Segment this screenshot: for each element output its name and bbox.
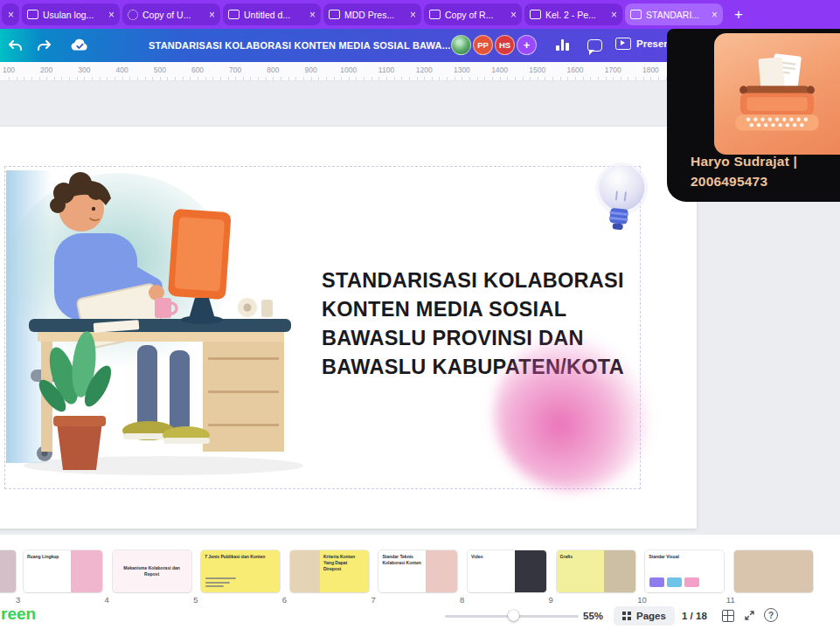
pages-button[interactable]: Pages [614,606,675,626]
collaborator-avatar-photo[interactable] [451,35,471,55]
tab-favicon-icon [27,10,38,19]
page-thumbnail[interactable] [734,550,813,592]
zoom-value[interactable]: 55% [583,611,603,621]
browser-tab[interactable]: Copy of R...× [424,3,522,25]
browser-tab[interactable]: Untitled d...× [223,3,321,25]
page-thumbnail-slot: Standar Teknis Kolaborasi Konten7 [378,550,457,605]
page-thumbnail-slot: Grafis9 [557,550,635,605]
tab-title: Copy of U... [142,10,205,20]
ruler-mark: 400 [116,66,128,74]
grid-view-icon[interactable] [722,610,734,622]
help-button[interactable]: ? [764,608,778,622]
fullscreen-icon[interactable] [744,610,755,621]
new-tab-button[interactable]: + [729,3,748,25]
partial-browser-tab[interactable]: × [2,3,19,25]
ruler-mark: 800 [267,66,279,74]
thumbnail-image [604,550,635,592]
page-thumbnail[interactable]: Video [468,550,546,592]
thumbnail-title: Mekanisme Kolaborasi dan Repost [113,550,191,592]
slide-page[interactable]: STANDARISASI KOLABORASIKONTEN MEDIA SOSI… [0,127,697,529]
pages-label: Pages [636,611,666,621]
document-title[interactable]: STANDARISASI KOLABORASI KONTEN MEDIA SOS… [149,40,451,51]
thumbnail-title: Video [468,550,515,592]
tab-title: MDD Pres... [344,10,406,20]
lightbulb-illustration[interactable] [591,160,650,243]
browser-tab[interactable]: Kel. 2 - Pe...× [524,3,622,25]
zoom-slider-knob[interactable] [508,610,519,621]
page-thumbnail-slot: Kriteria Konten Yang Dapat Direpost6 [290,550,369,605]
thumbnail-image [426,550,457,592]
tab-close-icon[interactable]: × [510,10,517,20]
comment-icon[interactable] [587,39,602,52]
browser-tab-bar: × Usulan log...×Copy of U...×Untitled d.… [0,0,840,29]
tab-close-icon[interactable]: × [8,10,14,20]
insights-chart-icon[interactable] [556,39,570,51]
thumbnail-color-blocks [649,577,699,587]
ruler-mark: 700 [229,66,241,74]
typewriter-illustration [729,52,825,135]
tab-close-icon[interactable]: × [410,10,416,20]
participant-name-block: Haryo Sudrajat | 2006495473 [691,151,797,191]
page-thumbnail-slot: Mekanisme Kolaborasi dan Repost4 [113,550,191,605]
ruler-mark: 1800 [642,66,659,74]
pages-grid-icon [622,612,631,620]
ruler-mark: 1000 [340,66,357,74]
ruler-mark: 500 [154,66,166,74]
participant-video-overlay[interactable]: Haryo Sudrajat | 2006495473 [667,29,840,202]
page-thumbnail[interactable] [0,550,16,592]
filmstrip-track: Ruang Lingkup3Mekanisme Kolaborasi dan R… [0,535,840,603]
thumbnail-title: Grafis [557,550,604,592]
page-thumbnail-slot: Ruang Lingkup3 [24,550,102,605]
participant-id: 2006495473 [691,171,797,191]
browser-tab-active[interactable]: STANDARI...× [625,3,723,25]
tab-close-icon[interactable]: × [309,10,316,20]
thumbnail-title: Standar Teknis Kolaborasi Konten [378,550,426,592]
page-indicator: 1 / 18 [682,611,707,621]
page-thumbnail[interactable]: Kriteria Konten Yang Dapat Direpost [290,550,369,592]
pink-blob-graphic[interactable] [494,334,651,491]
ruler-mark: 1300 [454,66,470,74]
slide-title-line: KONTEN MEDIA SOSIAL [322,295,624,324]
browser-tab[interactable]: Usulan log...× [22,3,120,25]
undo-icon[interactable] [7,38,23,56]
thumbnail-title: Ruang Lingkup [24,550,71,592]
cloud-sync-icon[interactable] [70,38,89,56]
tab-close-icon[interactable]: × [611,10,617,20]
status-bar: reen 55% Pages 1 / 18 ? [0,603,840,629]
tab-close-icon[interactable]: × [108,10,115,20]
page-thumbnail-slot: 11 [734,550,813,605]
participant-name: Haryo Sudrajat | [691,151,797,171]
ruler-mark: 1100 [378,66,394,74]
ruler-mark: 600 [191,66,204,74]
page-thumbnail[interactable]: Standar Teknis Kolaborasi Konten [378,550,457,592]
tab-strip: × Usulan log...×Copy of U...×Untitled d.… [2,3,723,25]
ruler-mark: 1700 [605,66,621,74]
tab-title: Usulan log... [43,10,105,20]
ruler-mark: 1400 [491,66,508,74]
tab-loading-icon [128,10,138,20]
tab-close-icon[interactable]: × [209,10,215,20]
avatar-group: PPHS+ [451,35,537,55]
page-filmstrip: Ruang Lingkup3Mekanisme Kolaborasi dan R… [0,535,840,603]
page-thumbnail[interactable]: Standar Visual [645,550,724,592]
tab-favicon-icon [530,10,541,19]
tab-close-icon[interactable]: × [712,10,718,20]
collaborator-avatar-pp[interactable]: PP [473,35,493,55]
browser-tab[interactable]: MDD Pres...× [323,3,421,25]
page-thumbnail-slot [0,550,16,605]
redo-icon[interactable] [37,38,52,56]
slide-title-line: STANDARISASI KOLABORASI [322,266,624,295]
page-thumbnail[interactable]: Ruang Lingkup [24,550,102,592]
collaborator-avatar-hs[interactable]: HS [495,35,515,55]
page-thumbnail-slot: Video8 [468,550,546,605]
participant-avatar-card [714,33,840,155]
screen-share-text: reen [1,605,36,624]
page-thumbnail[interactable]: 7 Jenis Publikasi dan Konten [201,550,280,592]
desk-illustration[interactable] [6,170,308,480]
add-collaborator-button[interactable]: + [517,35,537,55]
browser-tab[interactable]: Copy of U...× [122,3,220,25]
tab-title: STANDARI... [646,10,708,20]
tab-favicon-icon [329,10,340,19]
page-thumbnail[interactable]: Mekanisme Kolaborasi dan Repost [113,550,191,592]
page-thumbnail[interactable]: Grafis [557,550,635,592]
